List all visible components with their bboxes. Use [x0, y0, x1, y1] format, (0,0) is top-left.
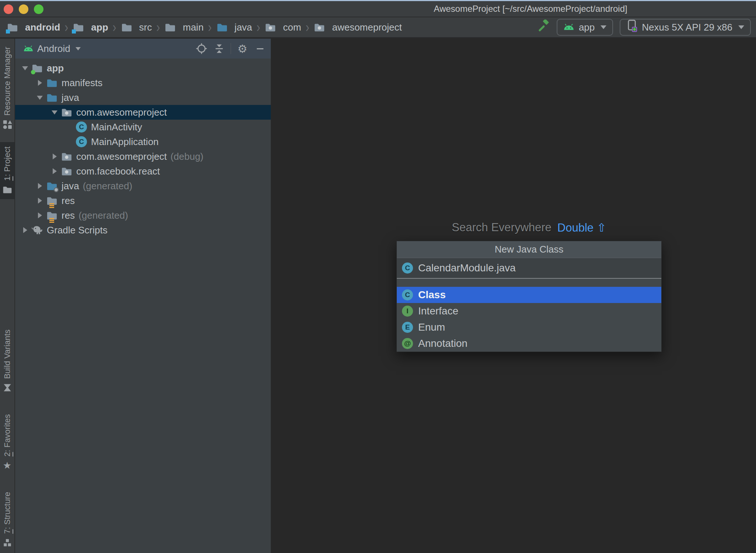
build-hammer-button[interactable] [538, 21, 550, 34]
tree-row-label: manifests [62, 77, 102, 89]
module-folder-icon [31, 63, 43, 73]
breadcrumb-item-java[interactable]: java [216, 22, 252, 33]
resource-manager-icon [2, 119, 13, 130]
stripe-tab-label: Build Variants [3, 330, 12, 379]
tree-row-java[interactable]: java [15, 90, 271, 105]
kind-item-interface[interactable]: IInterface [397, 303, 661, 319]
expand-arrow-icon[interactable] [19, 227, 31, 233]
tree-row-com.awesomeproject[interactable]: com.awesomeproject(debug) [15, 149, 271, 164]
kind-item-enum[interactable]: EEnum [397, 319, 661, 335]
class-icon: C [402, 289, 413, 300]
annotation-icon: @ [402, 338, 413, 349]
tree-row-java[interactable]: java(generated) [15, 179, 271, 193]
settings-gear-button[interactable]: ⚙ [236, 42, 249, 55]
class-icon: C [402, 263, 413, 274]
breadcrumb-separator: › [64, 19, 68, 35]
breadcrumb-separator: › [208, 19, 212, 35]
stripe-tab-build-variants[interactable]: Build Variants [0, 325, 15, 397]
breadcrumb-separator: › [305, 19, 309, 35]
kind-item-class[interactable]: CClass [397, 287, 661, 303]
breadcrumb-separator: › [156, 19, 160, 35]
run-configuration-select[interactable]: app [557, 19, 613, 36]
tree-row-label: com.awesomeproject [76, 107, 167, 118]
expand-arrow-icon[interactable] [48, 154, 61, 159]
project-panel-header: Android [15, 39, 271, 59]
breadcrumb-item-awesomeproject[interactable]: awesomeproject [314, 22, 402, 33]
structure-icon [2, 538, 13, 548]
class-name-value: CalendarModule.java [418, 262, 516, 274]
tree-row-app[interactable]: app [15, 61, 271, 75]
tree-row-res[interactable]: res [15, 193, 271, 208]
class-name-input[interactable]: C CalendarModule.java [397, 258, 661, 279]
tree-row-label: res [62, 195, 75, 207]
folder-blue-icon [216, 22, 228, 32]
device-select[interactable]: Nexus 5X API 29 x86 [620, 19, 751, 36]
android-studio-window: AwesomeProject [~/src/AwesomeProject/and… [0, 0, 756, 553]
kind-item-label: Enum [418, 321, 445, 333]
expand-arrow-icon[interactable] [34, 183, 46, 189]
run-toolbar: app Nexus 5X API 29 x86 [538, 19, 751, 36]
hint-text: Search Everywhere [452, 221, 552, 235]
kind-item-label: Annotation [418, 338, 468, 349]
tree-row-mainactivity[interactable]: CMainActivity [15, 120, 271, 134]
breadcrumb-label: main [183, 22, 203, 33]
hint-shortcut: Double ⇧ [557, 221, 606, 235]
close-window-button[interactable] [4, 4, 13, 14]
stripe-tab-resource-manager[interactable]: Resource Manager [0, 42, 15, 134]
hide-panel-button[interactable] [254, 42, 266, 55]
project-view-selector[interactable]: Android [23, 43, 81, 54]
tree-row-res[interactable]: res(generated) [15, 208, 271, 223]
navigation-toolbar: android›app›src›main›java›com›awesomepro… [0, 17, 756, 38]
expand-arrow-icon[interactable] [48, 110, 61, 115]
tree-row-suffix: (generated) [78, 210, 128, 221]
window-controls [4, 4, 43, 14]
expand-arrow-icon[interactable] [34, 96, 46, 100]
tree-row-mainapplication[interactable]: CMainApplication [15, 134, 271, 149]
stripe-top-group: Resource Manager1: Project [0, 42, 14, 199]
tree-row-manifests[interactable]: manifests [15, 75, 271, 90]
expand-arrow-icon[interactable] [34, 198, 46, 204]
stripe-bottom-group: Build Variants2: Favorites★7: Structure [0, 325, 14, 553]
new-java-class-popup: New Java Class C CalendarModule.java CCl… [396, 241, 662, 352]
breadcrumb-item-src[interactable]: src [121, 22, 152, 33]
breadcrumb-item-android[interactable]: android [7, 22, 60, 33]
breadcrumb-label: src [139, 22, 152, 33]
tree-row-com.awesomeproject[interactable]: com.awesomeproject [15, 105, 271, 120]
tree-row-label: com.facebook.react [76, 166, 160, 177]
folder-icon [121, 22, 133, 32]
run-configuration-label: app [579, 22, 595, 33]
package-icon [265, 22, 276, 32]
tree-row-label: res [62, 210, 75, 221]
window-title: AwesomeProject [~/src/AwesomeProject/and… [434, 1, 627, 17]
breadcrumb-item-main[interactable]: main [164, 22, 203, 33]
expand-arrow-icon[interactable] [34, 80, 46, 86]
expand-arrow-icon[interactable] [19, 66, 31, 70]
expand-arrow-icon[interactable] [48, 168, 61, 174]
zoom-window-button[interactable] [34, 4, 43, 14]
expand-arrow-icon[interactable] [34, 212, 46, 218]
tree-row-suffix: (generated) [83, 180, 132, 192]
empty-editor-hint: Search Everywhere Double ⇧ [452, 221, 606, 235]
stripe-tab-label: Resource Manager [3, 47, 12, 116]
breadcrumb-item-com[interactable]: com [265, 22, 301, 33]
package-icon [61, 151, 73, 162]
chevron-down-icon [601, 25, 606, 29]
minimize-window-button[interactable] [19, 4, 28, 14]
project-tree: appmanifestsjavacom.awesomeprojectCMainA… [15, 59, 271, 237]
collapse-all-button[interactable] [213, 42, 225, 55]
breadcrumb-item-app[interactable]: app [73, 22, 108, 33]
locate-file-button[interactable] [195, 42, 208, 55]
stripe-tab-favorites[interactable]: 2: Favorites★ [0, 410, 15, 475]
interface-icon: I [402, 306, 413, 317]
tree-row-label: java [62, 180, 79, 192]
device-label: Nexus 5X API 29 x86 [642, 22, 732, 33]
stripe-tab-project[interactable]: 1: Project [0, 142, 15, 199]
class-icon: C [76, 137, 87, 147]
kind-item-annotation[interactable]: @Annotation [397, 335, 661, 352]
stripe-tab-structure[interactable]: 7: Structure [0, 487, 15, 552]
tree-row-com.facebook.react[interactable]: com.facebook.react [15, 164, 271, 179]
gradle-icon [31, 225, 43, 235]
breadcrumb-label: java [235, 22, 252, 33]
tree-row-gradle-scripts[interactable]: Gradle Scripts [15, 223, 271, 237]
tree-row-label: MainApplication [91, 136, 159, 148]
